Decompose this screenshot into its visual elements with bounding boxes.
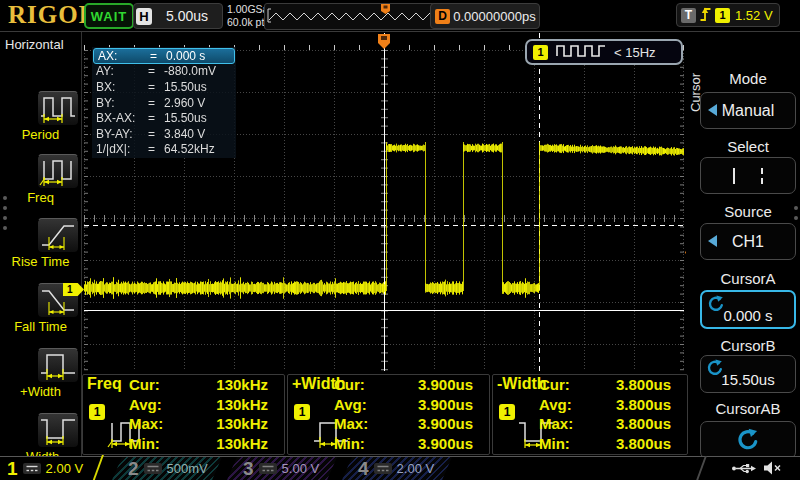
cursor-readout-by-ay: BY-AY:=3.840 V [92, 126, 236, 142]
measurement-channel-badge: 1 [499, 404, 515, 420]
cursor-menu-button-select[interactable] [700, 157, 796, 194]
cursor-menu-label-select: Select [700, 138, 796, 156]
stat-value: 3.800us [616, 435, 671, 455]
cursor-readout-value: 64.52kHz [164, 142, 215, 156]
cursor-readout-value: -880.0mV [164, 64, 216, 78]
channel-2-scale: 500mV [167, 461, 208, 476]
measurement-freq[interactable]: Freq1Cur:130kHzAvg:130kHzMax:130kHzMin:1… [82, 374, 285, 455]
trigger-slope-icon [699, 5, 712, 26]
horizontal-item-label-width: +Width [0, 384, 81, 399]
speaker-muted-icon [763, 461, 782, 479]
stat-label: Cur: [129, 376, 160, 396]
horizontal-item-width[interactable] [37, 413, 79, 448]
stat-label: Min: [539, 435, 570, 455]
cursor-menu-label-cursora: CursorA [700, 270, 796, 288]
trigger-label: T [681, 8, 696, 23]
stat-label: Cur: [334, 376, 365, 396]
cursor-readout-eq: = [148, 96, 164, 110]
measurement-row-max: Max:3.800us [539, 415, 671, 435]
horizontal-item-freq[interactable] [37, 154, 79, 189]
channel-3-scale: 5.00 V [282, 461, 320, 476]
cursor-readout-value: 0.000 s [166, 49, 205, 63]
measurement-width[interactable]: +Width1Cur:3.900usAvg:3.900usMax:3.900us… [287, 374, 490, 455]
measurement-row-max: Max:130kHz [129, 415, 268, 435]
cursor-readout-label: BX: [96, 80, 148, 94]
cursor-menu-label-cursorab: CursorAB [700, 400, 796, 418]
usb-icon [731, 461, 757, 479]
channel-3-number: 3 [243, 458, 254, 480]
measurement-row-avg: Avg:130kHz [129, 396, 268, 416]
stat-value: 3.800us [616, 415, 671, 435]
measurement-row-cur: Cur:3.900us [334, 376, 473, 396]
horizontal-item-label-freq: Freq [0, 190, 81, 205]
measurement-width[interactable]: -Width1Cur:3.800usAvg:3.800usMax:3.800us… [492, 374, 688, 455]
stat-label: Max: [129, 415, 163, 435]
cursor-readout-eq: = [148, 80, 164, 94]
cursor-readout-label: BX-AX: [96, 111, 148, 125]
cursor-menu-button-cursorab[interactable] [700, 421, 796, 459]
cursor-readout-ay: AY:=-880.0mV [92, 64, 236, 80]
measurement-channel-badge: 1 [294, 404, 310, 420]
cursor-readout-eq: = [148, 127, 164, 141]
page-dot [3, 226, 7, 230]
square-wave-icon [555, 43, 607, 61]
cursor-menu-label-mode: Mode [700, 70, 796, 88]
cursor-readout-label: BY: [96, 96, 148, 110]
measurement-row-max: Max:3.900us [334, 415, 473, 435]
channel-1-status[interactable]: 12.00 V [0, 457, 107, 480]
cursor-b-line-icon [761, 168, 763, 184]
cursor-readout-value: 2.960 V [164, 96, 205, 110]
cursor-readout-label: AY: [96, 64, 148, 78]
scope-display: AX:=0.000 sAY:=-880.0mVBX:=15.50usBY:=2.… [84, 33, 684, 371]
stat-label: Avg: [129, 396, 162, 416]
horizontal-measure-menu: Horizontal PeriodFreqRise TimeFall Time+… [0, 32, 81, 456]
cursor-readout-value: 15.50us [164, 80, 207, 94]
measurement-values: Cur:3.800usAvg:3.800usMax:3.800usMin:3.8… [539, 376, 671, 454]
measurement-values: Cur:130kHzAvg:130kHzMax:130kHzMin:130kHz [129, 376, 268, 454]
cursor-readout-eq: = [148, 111, 164, 125]
cursor-readout-eq: = [150, 49, 166, 63]
timebase-control[interactable]: H 5.00us [133, 3, 223, 29]
status-divider [695, 456, 706, 480]
delay-badge: D [435, 9, 450, 24]
channel-4-status[interactable]: 42.00 V [342, 457, 452, 480]
horizontal-item-period[interactable] [37, 91, 79, 126]
trigger-info[interactable]: T 1 1.52 V [676, 3, 780, 27]
stat-label: Max: [539, 415, 573, 435]
rotate-knob-icon [701, 422, 795, 458]
coupling-dc-icon [144, 463, 162, 474]
oscilloscope-screen: { "top_bar": { "logo": "RIGOL", "status"… [0, 0, 800, 480]
cursor-readout-bx: BX:=15.50us [92, 79, 236, 95]
pwidth-icon [39, 347, 77, 385]
trigger-frequency-value: < 15Hz [614, 45, 656, 60]
channel-3-status[interactable]: 35.00 V [227, 457, 337, 480]
coupling-dc-icon [374, 463, 392, 474]
measurement-name-freq: Freq [87, 375, 122, 393]
coupling-dc-icon [259, 463, 277, 474]
top-bar-divider [0, 31, 800, 32]
cursor-menu-button-cursora[interactable]: 0.000 s [700, 290, 796, 329]
cursor-readout-box: AX:=0.000 sAY:=-880.0mVBX:=15.50usBY:=2.… [92, 47, 236, 158]
cursora-value: 0.000 s [702, 307, 794, 324]
cursor-menu-button-source[interactable]: CH1 [700, 223, 796, 260]
rise-icon [39, 217, 77, 255]
stat-label: Min: [129, 435, 160, 455]
stat-label: Min: [334, 435, 365, 455]
horizontal-item-width[interactable] [37, 348, 79, 383]
horizontal-item-rise-time[interactable] [37, 218, 79, 253]
stat-value: 3.900us [418, 376, 473, 396]
freq-icon [39, 153, 77, 191]
cursor-readout-label: 1/|dX|: [96, 142, 148, 156]
stat-label: Avg: [539, 396, 572, 416]
cursor-menu-button-cursorb[interactable]: 15.50us [700, 355, 796, 393]
coupling-dc-icon [23, 463, 41, 474]
page-dot [3, 216, 7, 220]
cursor-menu-button-mode[interactable]: Manual [700, 92, 796, 129]
channel-2-status[interactable]: 2500mV [112, 457, 222, 480]
horizontal-badge: H [136, 8, 152, 25]
stat-value: 3.900us [418, 415, 473, 435]
cursor-readout-value: 3.840 V [164, 127, 205, 141]
source-value: CH1 [701, 233, 795, 251]
stat-label: Max: [334, 415, 368, 435]
delay-control[interactable]: D 0.00000000ps [430, 3, 540, 29]
